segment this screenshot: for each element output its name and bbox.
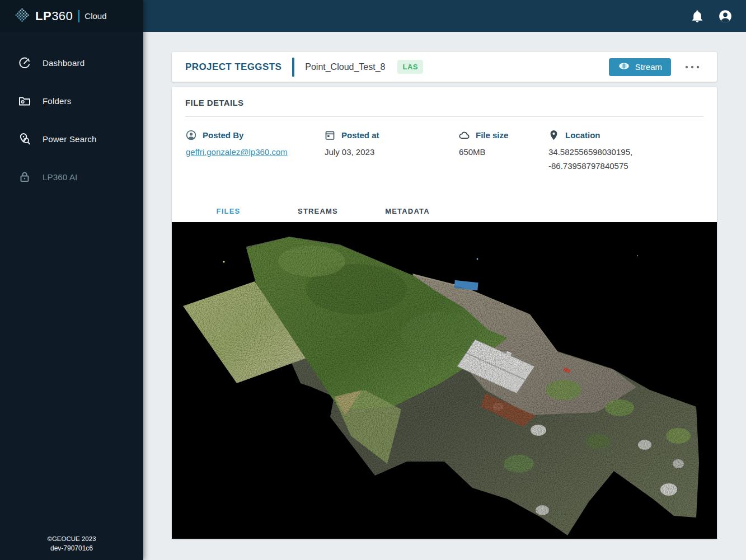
copyright-text: ©GEOCUE 2023 [0,535,143,542]
section-divider [185,116,703,117]
file-type-badge: LAS [397,60,423,74]
file-header-card: PROJECT TEGGSTS Point_Cloud_Test_8 LAS [172,52,717,82]
sidebar-item-label: Power Search [43,134,97,144]
location-lat: 34.582556598030195, [548,147,703,157]
sidebar-item-lp360-ai[interactable]: LP360 AI [0,158,143,196]
field-posted-by: Posted By geffri.gonzalez@lp360.com [185,129,324,185]
field-label: Posted By [203,130,243,140]
field-file-size: File size 650MB [458,129,548,185]
main-area: PROJECT TEGGSTS Point_Cloud_Test_8 LAS [143,0,746,560]
file-details-title: FILE DETAILS [185,98,703,107]
brand-logo[interactable]: LP360 Cloud [0,0,143,32]
tab-bar: FILES STREAMS METADATA [184,200,703,222]
location-pin-icon [548,129,560,141]
sidebar-item-power-search[interactable]: Power Search [0,120,143,158]
sidebar: LP360 Cloud Dashboard Folders [0,0,143,560]
file-details-card: FILE DETAILS [172,87,717,539]
point-cloud-viewer[interactable] [172,222,717,539]
file-size-value: 650MB [458,147,548,157]
pin-search-icon [18,132,31,145]
cloud-icon [458,129,470,141]
sidebar-item-folders[interactable]: Folders [0,82,143,120]
brand-product: Cloud [85,11,106,21]
brand-bold: LP [35,9,51,23]
location-lon: -86.73958797840575 [548,161,703,171]
person-icon [185,129,197,141]
field-label: Location [565,130,600,140]
build-version-text: dev-790701c6 [0,544,143,552]
stream-button-label: Stream [635,62,662,72]
content-scroll-area: PROJECT TEGGSTS Point_Cloud_Test_8 LAS [143,32,746,560]
location-value: 34.582556598030195, -86.73958797840575 [548,147,703,171]
tab-files[interactable]: FILES [184,200,273,222]
posted-by-email-link[interactable]: geffri.gonzalez@lp360.com [185,147,288,157]
tab-streams[interactable]: STREAMS [273,200,363,222]
account-icon[interactable] [718,9,733,23]
lock-icon [18,170,31,183]
sidebar-footer: ©GEOCUE 2023 dev-790701c6 [0,535,143,560]
sidebar-item-label: LP360 AI [43,172,78,182]
file-name: Point_Cloud_Test_8 [305,62,385,72]
header-divider [292,58,294,77]
folder-icon [18,94,31,107]
brand-light: 360 [51,9,73,23]
brand-divider [78,10,79,22]
notifications-bell-icon[interactable] [690,9,705,23]
sidebar-nav: Dashboard Folders Power Sea [0,32,143,196]
file-details-fields: Posted By geffri.gonzalez@lp360.com [185,129,703,185]
calendar-icon [324,129,336,141]
stream-eye-icon [618,60,630,74]
brand-wordmark: LP360 Cloud [35,9,107,23]
lp360-diamond-icon [15,7,30,25]
tab-metadata[interactable]: METADATA [363,200,452,222]
topbar [143,0,746,32]
dashboard-gauge-icon [18,56,31,69]
ellipsis-icon [684,65,700,69]
more-options-button[interactable] [681,58,703,76]
sidebar-item-label: Folders [43,96,71,106]
stream-button[interactable]: Stream [609,58,671,76]
field-label: File size [476,130,508,140]
field-posted-at: Posted at July 03, 2023 [324,129,458,185]
project-breadcrumb[interactable]: PROJECT TEGGSTS [185,62,281,73]
field-label: Posted at [341,130,379,140]
sidebar-item-label: Dashboard [43,58,85,68]
posted-at-value: July 03, 2023 [324,147,458,157]
sidebar-item-dashboard[interactable]: Dashboard [0,44,143,82]
field-location: Location 34.582556598030195, -86.7395879… [548,129,703,185]
